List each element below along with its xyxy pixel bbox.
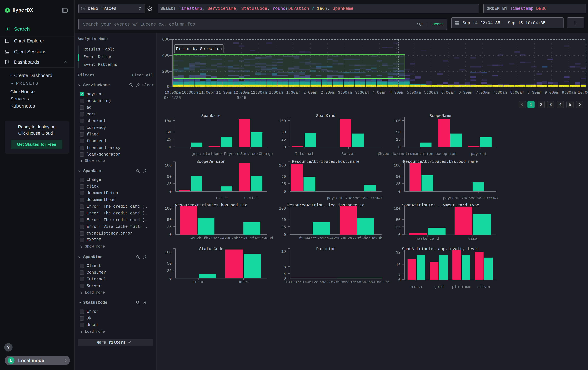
svg-text:0: 0 — [169, 190, 172, 194]
svg-text:platinum: platinum — [452, 285, 471, 289]
svg-text:100: 100 — [394, 119, 400, 123]
svg-text:0.1.0: 0.1.0 — [216, 196, 228, 200]
svg-text:f5344ec9-a1ea-4290-a62a-78f5be: f5344ec9-a1ea-4290-a62a-78f5bee8d90b — [299, 236, 382, 240]
svg-text:32: 32 — [396, 250, 400, 255]
svg-text:gold: gold — [434, 285, 444, 289]
svg-text:842654: 842654 — [361, 280, 375, 284]
svg-text:100: 100 — [394, 207, 400, 211]
svg-text:50: 50 — [396, 130, 400, 134]
svg-text:999176: 999176 — [376, 280, 389, 284]
svg-text:25: 25 — [167, 269, 172, 273]
svg-text:25: 25 — [396, 137, 400, 142]
svg-text:Server: Server — [342, 152, 355, 156]
svg-text:583275: 583275 — [319, 280, 333, 284]
svg-text:16: 16 — [396, 263, 400, 267]
svg-text:0: 0 — [398, 190, 400, 194]
svg-text:50: 50 — [396, 218, 400, 222]
svg-text:SpanAttributes.app.loyalty.lev: SpanAttributes.app.loyalty.level — [402, 247, 479, 251]
svg-text:50: 50 — [281, 218, 286, 222]
svg-text:100: 100 — [165, 206, 172, 211]
svg-text:payment-7985c8969c-mwmw7: payment-7985c8969c-mwmw7 — [443, 196, 499, 200]
svg-text:50: 50 — [281, 175, 286, 179]
svg-text:SpanName: SpanName — [201, 114, 220, 118]
svg-text:Unset: Unset — [238, 280, 249, 284]
svg-text:759085: 759085 — [334, 280, 347, 284]
svg-text:8: 8 — [398, 272, 400, 277]
svg-text:StatusCode: StatusCode — [199, 247, 223, 251]
svg-text:100: 100 — [279, 206, 286, 211]
svg-text:0.51.1: 0.51.1 — [244, 196, 258, 200]
svg-text:50: 50 — [167, 218, 172, 222]
svg-text:1405128: 1405128 — [302, 280, 318, 284]
svg-text:100: 100 — [279, 119, 286, 123]
svg-text:25: 25 — [167, 182, 172, 186]
svg-text:0: 0 — [169, 276, 172, 281]
svg-text:50: 50 — [396, 175, 400, 179]
svg-text:50: 50 — [281, 130, 286, 134]
svg-text:Duration: Duration — [316, 247, 336, 251]
svg-text:0: 0 — [169, 233, 172, 237]
svg-text:1019375: 1019375 — [285, 280, 302, 284]
svg-text:25: 25 — [396, 225, 400, 230]
svg-text:100: 100 — [394, 163, 400, 168]
svg-text:807648: 807648 — [347, 280, 361, 284]
svg-text:25: 25 — [396, 182, 400, 186]
svg-text:silver: silver — [477, 285, 491, 289]
svg-text:50: 50 — [167, 261, 172, 266]
svg-text:100: 100 — [165, 250, 172, 254]
svg-text:100: 100 — [279, 163, 286, 168]
svg-text:ScopeName: ScopeName — [430, 114, 451, 118]
svg-text:payment: payment — [471, 152, 487, 156]
svg-text:25: 25 — [281, 225, 286, 229]
svg-text:SpanKind: SpanKind — [316, 114, 335, 118]
svg-text:25: 25 — [167, 225, 172, 229]
svg-text:0: 0 — [169, 145, 171, 150]
svg-text:25: 25 — [167, 137, 171, 142]
svg-text:0: 0 — [284, 190, 286, 194]
svg-text:0: 0 — [284, 145, 286, 150]
svg-text:@hyperdx/instrumentation-excep: @hyperdx/instrumentation-exception — [378, 152, 456, 156]
svg-text:mastercard: mastercard — [416, 237, 439, 241]
svg-text:payment-7985c8969c-mwmw7: payment-7985c8969c-mwmw7 — [327, 196, 383, 200]
svg-text:bronze: bronze — [410, 285, 423, 289]
svg-text:50: 50 — [167, 175, 172, 179]
svg-text:100: 100 — [165, 163, 172, 168]
svg-text:Error: Error — [193, 280, 204, 284]
svg-text:ScopeVersion: ScopeVersion — [196, 160, 225, 164]
svg-text:50: 50 — [167, 130, 171, 134]
svg-text:25: 25 — [281, 137, 286, 142]
svg-text:0: 0 — [284, 233, 286, 237]
svg-text:16: 16 — [281, 249, 286, 254]
svg-text:visa: visa — [468, 237, 477, 241]
svg-text:0: 0 — [398, 233, 400, 237]
svg-text:Internal: Internal — [295, 152, 314, 156]
svg-text:5e02b5fb-13ae-4296-bbbc-111f42: 5e02b5fb-13ae-4296-bbbc-111f423c460d — [190, 236, 273, 240]
svg-text:8: 8 — [284, 265, 286, 269]
svg-text:0: 0 — [398, 145, 400, 150]
svg-text:4: 4 — [284, 272, 286, 276]
svg-text:25: 25 — [281, 182, 286, 186]
svg-text:ResourceAttributes.host.name: ResourceAttributes.host.name — [292, 160, 359, 164]
svg-text:0: 0 — [398, 278, 400, 282]
svg-text:grpc.oteldemo.PaymentService/C: grpc.oteldemo.PaymentService/Charge — [192, 152, 273, 156]
svg-text:100: 100 — [164, 119, 171, 123]
